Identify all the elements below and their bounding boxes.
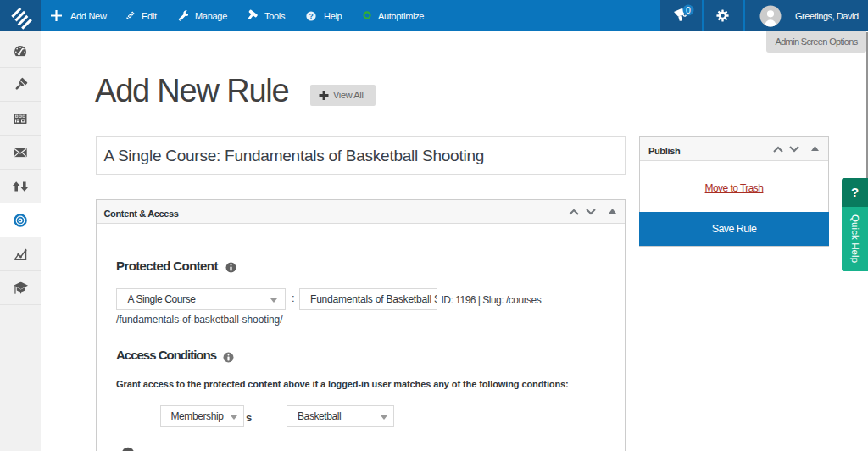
svg-text:?: ?	[309, 12, 313, 20]
svg-text:0: 0	[686, 5, 691, 15]
